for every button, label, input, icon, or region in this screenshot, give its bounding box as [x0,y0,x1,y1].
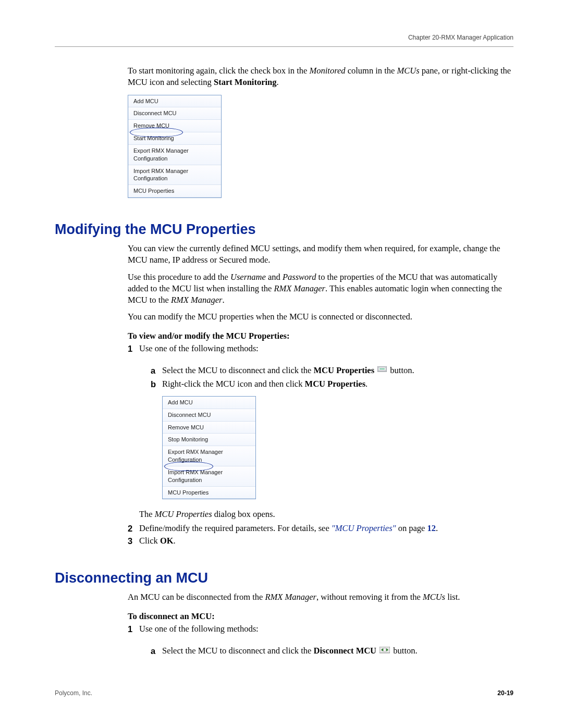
text: column in the [346,66,397,76]
menu-item-highlighted[interactable]: MCU Properties [163,487,255,499]
text: Select the MCU to disconnect and click t… [162,646,314,656]
text-bold: OK [160,536,174,546]
context-menu-mcu-properties: Add MCU Disconnect MCU Remove MCU Stop M… [162,396,256,500]
menu-item[interactable]: Import RMX Manager Configuration [128,165,221,186]
text: list. [445,592,460,602]
substep-letter: a [151,365,162,377]
text: The [139,509,155,519]
text-bold: Disconnect MCU [314,646,377,656]
text-bold: MCU Properties [314,365,375,375]
text: and [266,272,283,282]
menu-item-highlighted[interactable]: Start Monitoring [128,132,221,145]
text: An MCU can be disconnected from the [128,592,265,602]
properties-icon [377,365,387,377]
text: . [365,379,368,389]
text: Click [139,536,160,546]
menu-item[interactable]: Import RMX Manager Configuration [163,466,255,487]
text: . [436,523,438,533]
text-bold: MCU Properties [305,379,366,389]
text-italic: RMX Manager [274,283,325,293]
footer-company: Polycom, Inc. [55,689,92,697]
text-italic: MCU Properties [155,509,212,519]
step-number: 2 [128,523,139,534]
text-italic: MCUs [423,592,445,602]
intro-block: To start monitoring again, click the che… [128,65,513,198]
text-italic: Password [283,272,316,282]
menu-item[interactable]: MCU Properties [128,185,221,198]
text: . [223,295,225,305]
menu-item[interactable]: Add MCU [163,397,255,409]
page-header: Chapter 20-RMX Manager Application [55,34,513,47]
text: , without removing it from the [316,592,423,602]
menu-item[interactable]: Disconnect MCU [163,409,255,422]
heading-modifying-mcu: Modifying the MCU Properties [55,221,513,238]
text: on page [396,523,427,533]
text: . [277,77,279,87]
step-number: 1 [128,623,139,635]
menu-item[interactable]: Add MCU [128,95,221,108]
substep-letter: a [151,645,162,657]
step-text: Use one of the following methods: [139,623,259,635]
text: To start monitoring again, click the che… [128,66,309,76]
text: Select the MCU to disconnect and click t… [162,365,314,375]
task-heading: To view and/or modify the MCU Properties… [128,330,513,342]
task-heading: To disconnect an MCU: [128,611,513,622]
step-text: Use one of the following methods: [139,343,259,354]
substep-letter: b [151,378,162,390]
menu-item[interactable]: Stop Monitoring [163,434,255,446]
svg-rect-6 [384,648,386,651]
text: . [174,536,176,546]
step-number: 1 [128,343,139,354]
text: dialog box opens. [212,509,275,519]
text-italic: Username [230,272,266,282]
context-menu-start-monitoring: Add MCU Disconnect MCU Remove MCU Start … [128,95,222,199]
menu-item[interactable]: Remove MCU [128,120,221,132]
text: button. [390,365,414,375]
heading-disconnecting-mcu: Disconnecting an MCU [55,570,513,586]
xref-link[interactable]: "MCU Properties" [332,523,396,533]
text-italic: RMX Manager [265,592,316,602]
text-italic: Monitored [309,66,345,76]
text-italic: RMX Manager [171,295,223,305]
text-bold: Start Monitoring [214,77,277,87]
menu-item[interactable]: Export RMX Manager Configuration [128,145,221,165]
text-italic: MCUs [397,66,420,76]
menu-item[interactable]: Export RMX Manager Configuration [163,446,255,466]
xref-page[interactable]: 12 [427,523,436,533]
menu-item[interactable]: Disconnect MCU [128,107,221,120]
footer-page-number: 20-19 [497,689,513,697]
text: Define/modify the required parameters. F… [139,523,332,533]
paragraph: You can modify the MCU properties when t… [128,311,513,323]
text: Right-click the MCU icon and then click [162,379,305,389]
text: Use this procedure to add the [128,272,230,282]
text: button. [393,646,417,656]
disconnect-icon [380,646,390,657]
step-number: 3 [128,535,139,547]
menu-item[interactable]: Remove MCU [163,422,255,434]
paragraph: You can view the currently defined MCU s… [128,243,513,266]
